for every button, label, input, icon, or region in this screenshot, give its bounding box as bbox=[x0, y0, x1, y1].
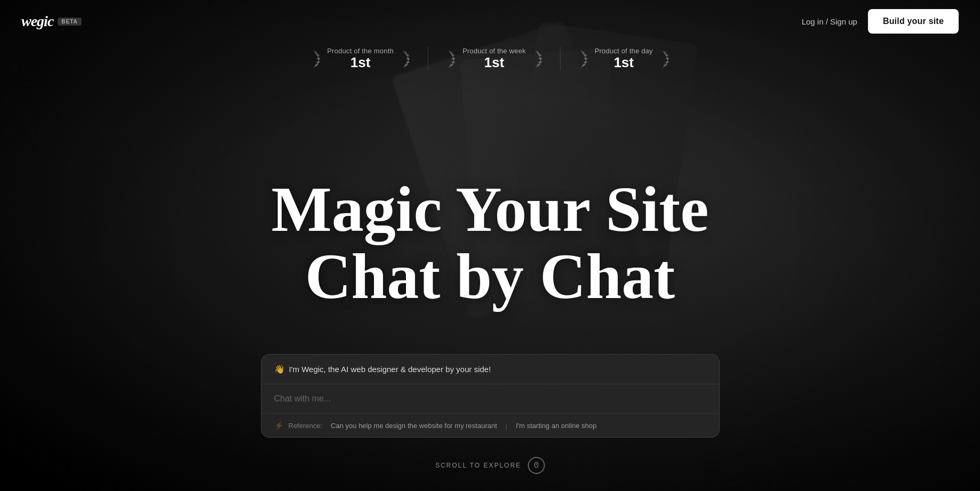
logo-text: wegic bbox=[21, 13, 53, 30]
award-month-title: Product of the month bbox=[327, 47, 394, 55]
headline-line2: Chat by Chat bbox=[305, 240, 675, 311]
svg-point-6 bbox=[407, 57, 410, 60]
mouse-scroll-icon bbox=[532, 462, 540, 469]
award-month-rank: 1st bbox=[327, 55, 394, 70]
logo-area: wegic BETA bbox=[21, 13, 82, 30]
awards-section: Product of the month 1st bbox=[293, 47, 687, 70]
svg-point-16 bbox=[538, 57, 542, 60]
svg-point-2 bbox=[316, 61, 320, 63]
award-month: Product of the month 1st bbox=[293, 47, 428, 70]
award-month-text: Product of the month 1st bbox=[327, 47, 394, 70]
svg-point-27 bbox=[665, 61, 669, 63]
award-week-rank: 1st bbox=[463, 55, 526, 70]
svg-point-22 bbox=[584, 61, 587, 63]
svg-point-1 bbox=[316, 57, 320, 60]
svg-point-11 bbox=[452, 57, 456, 60]
chat-input-area[interactable]: Chat with me... bbox=[261, 384, 719, 414]
chat-intro-text: I'm Wegic, the AI web designer & develop… bbox=[289, 365, 491, 374]
chat-references: ⚡ Reference: Can you help me design the … bbox=[261, 414, 719, 437]
laurel-left2-icon bbox=[443, 48, 458, 69]
laurel-right2-icon bbox=[530, 48, 545, 69]
beta-badge: BETA bbox=[58, 18, 81, 26]
laurel-right3-icon bbox=[657, 48, 672, 69]
scroll-cta: SCROLL TO EXPLORE bbox=[435, 457, 545, 474]
headline-text: Magic Your Site Chat by Chat bbox=[250, 175, 730, 310]
award-day-rank: 1st bbox=[595, 55, 653, 70]
svg-point-21 bbox=[584, 57, 587, 60]
navbar: wegic BETA Log in / Sign up Build your s… bbox=[0, 0, 980, 43]
award-day-title: Product of the day bbox=[595, 47, 653, 55]
bolt-icon: ⚡ bbox=[274, 421, 283, 430]
build-site-button[interactable]: Build your site bbox=[868, 9, 959, 34]
svg-point-17 bbox=[538, 61, 542, 63]
laurel-right-icon bbox=[398, 48, 413, 69]
ref-divider: | bbox=[506, 422, 507, 430]
svg-point-14 bbox=[449, 51, 453, 54]
nav-right: Log in / Sign up Build your site bbox=[802, 9, 959, 34]
chat-placeholder: Chat with me... bbox=[274, 394, 331, 403]
laurel-left3-icon bbox=[576, 48, 591, 69]
chat-box: 👋 I'm Wegic, the AI web designer & devel… bbox=[261, 354, 720, 438]
chat-intro: 👋 I'm Wegic, the AI web designer & devel… bbox=[261, 355, 719, 384]
svg-point-26 bbox=[665, 57, 669, 60]
award-day-text: Product of the day 1st bbox=[595, 47, 653, 70]
chat-emoji: 👋 bbox=[274, 364, 285, 374]
ref-link-2[interactable]: I'm starting an online shop bbox=[516, 422, 596, 430]
award-week-title: Product of the week bbox=[463, 47, 526, 55]
award-week-text: Product of the week 1st bbox=[463, 47, 526, 70]
award-week: Product of the week 1st bbox=[428, 47, 560, 70]
scroll-circle-icon bbox=[528, 457, 545, 474]
scroll-label: SCROLL TO EXPLORE bbox=[435, 462, 521, 469]
svg-point-24 bbox=[581, 51, 585, 54]
laurel-left-icon bbox=[308, 48, 323, 69]
ref-label: Reference: bbox=[289, 422, 323, 430]
hero-headline: Magic Your Site Chat by Chat bbox=[250, 175, 730, 310]
svg-point-7 bbox=[406, 61, 410, 63]
award-day: Product of the day 1st bbox=[560, 47, 687, 70]
headline-line1: Magic Your Site bbox=[272, 173, 709, 244]
ref-link-1[interactable]: Can you help me design the website for m… bbox=[331, 422, 497, 430]
login-link[interactable]: Log in / Sign up bbox=[802, 17, 857, 26]
svg-point-12 bbox=[451, 61, 455, 63]
